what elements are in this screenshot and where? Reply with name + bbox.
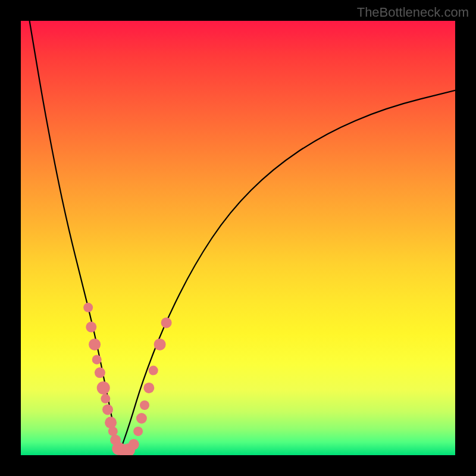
data-point bbox=[161, 317, 172, 328]
data-point bbox=[83, 303, 93, 312]
plot-area bbox=[21, 21, 455, 455]
data-point bbox=[97, 381, 110, 394]
data-point bbox=[86, 322, 96, 333]
data-markers bbox=[83, 303, 171, 455]
data-point bbox=[95, 367, 105, 378]
data-point bbox=[105, 416, 117, 428]
data-point bbox=[154, 339, 166, 350]
data-point bbox=[101, 394, 110, 403]
data-point bbox=[102, 404, 113, 415]
watermark-text: TheBottleneck.com bbox=[357, 5, 469, 20]
data-point bbox=[108, 427, 118, 436]
data-point bbox=[129, 439, 139, 450]
curve-svg bbox=[21, 21, 455, 455]
data-point bbox=[136, 413, 147, 424]
data-point bbox=[92, 355, 102, 364]
data-point bbox=[149, 366, 158, 375]
data-point bbox=[140, 400, 149, 410]
curve-right-branch bbox=[118, 90, 455, 455]
data-point bbox=[143, 383, 154, 393]
data-point bbox=[133, 427, 143, 436]
data-point bbox=[89, 339, 101, 350]
